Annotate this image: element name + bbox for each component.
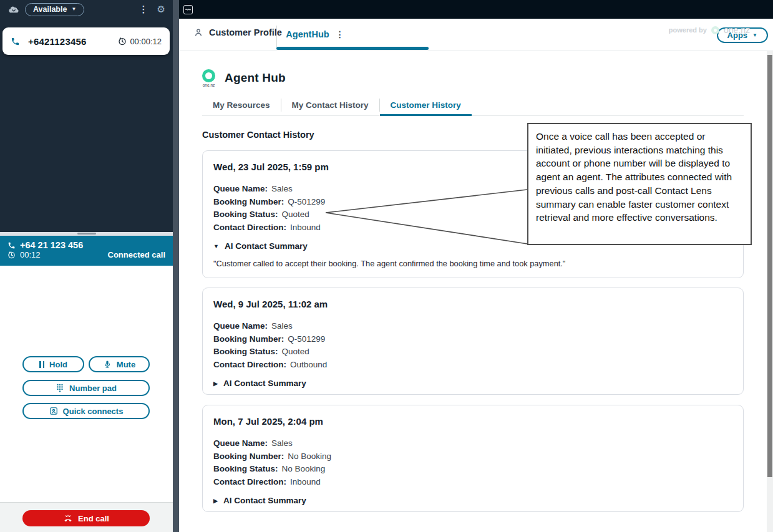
tab-options-icon[interactable]: ⋮ <box>336 29 344 39</box>
onenz-ring-icon-faded <box>711 26 719 34</box>
settings-gear-icon[interactable]: ⚙ <box>157 4 165 15</box>
banner-call-timer: 00:12 <box>20 250 41 259</box>
vertical-scrollbar[interactable] <box>767 51 773 532</box>
mute-button[interactable]: Mute <box>89 356 150 372</box>
onenz-logo: one.nz <box>202 69 215 87</box>
contact-datetime: Mon, 7 Jul 2025, 2:04 pm <box>213 416 732 427</box>
call-status-label: Connected call <box>108 250 165 259</box>
hold-button[interactable]: Hold <box>22 356 84 372</box>
field-queue-name: Queue Name:Sales <box>213 320 732 333</box>
timer-clock-icon <box>7 251 16 259</box>
field-contact-direction: Contact Direction:Outbound <box>213 359 732 372</box>
field-contact-direction: Contact Direction:Inbound <box>213 476 732 489</box>
amazon-connect-logo-icon <box>8 4 19 14</box>
powered-by-badge: powered by one.nz <box>669 25 750 35</box>
triangle-down-icon: ▼ <box>213 243 219 249</box>
active-contact-card[interactable]: +6421123456 00:00:12 <box>2 27 170 55</box>
contact-history-card: Wed, 9 Jul 2025, 11:02 am Queue Name:Sal… <box>202 288 744 395</box>
tab-agenthub[interactable]: AgentHub ⋮ <box>276 19 354 49</box>
hub-tabs: My Resources My Contact History Customer… <box>202 97 744 116</box>
ai-summary-toggle[interactable]: ▶ AI Contact Summary <box>213 496 732 505</box>
quick-connects-icon <box>49 407 58 415</box>
contact-datetime: Wed, 9 Jul 2025, 11:02 am <box>213 299 732 309</box>
ai-summary-text: "Customer called to accept their booking… <box>213 259 732 268</box>
field-booking-status: Booking Status:Quoted <box>213 346 732 359</box>
chevron-down-icon: ▼ <box>752 32 757 38</box>
agent-status-label: Available <box>33 5 67 14</box>
timer-clock-icon <box>118 37 127 46</box>
ccp-top-section: Available ▼ ⋮ ⚙ +6421123456 00:00:12 <box>0 0 173 232</box>
banner-phone-number: +64 21 123 456 <box>20 240 83 250</box>
workspace-topbar <box>179 0 773 19</box>
tab-customer-history[interactable]: Customer History <box>380 97 472 115</box>
workspace-tabbar: Customer Profile AgentHub ⋮ Apps ▼ <box>179 19 773 51</box>
end-call-button[interactable]: End call <box>22 510 150 526</box>
triangle-right-icon: ▶ <box>213 380 218 387</box>
ccp-header: Available ▼ ⋮ ⚙ <box>0 0 173 19</box>
phone-icon <box>7 241 16 249</box>
tab-my-contact-history[interactable]: My Contact History <box>281 97 379 115</box>
person-icon <box>193 27 203 37</box>
field-queue-name: Queue Name:Sales <box>213 437 732 450</box>
annotation-note: Once a voice call has been accepted or i… <box>527 123 752 245</box>
drag-handle[interactable] <box>77 233 96 235</box>
onenz-logo-label: one.nz <box>203 83 215 87</box>
powered-by-brand: one.nz <box>724 25 750 35</box>
microphone-icon <box>103 360 112 369</box>
powered-by-text: powered by <box>669 26 707 34</box>
triangle-right-icon: ▶ <box>213 498 218 504</box>
pause-icon <box>39 361 44 368</box>
phone-icon <box>11 37 20 46</box>
end-call-icon <box>63 514 73 523</box>
agent-status-dropdown[interactable]: Available ▼ <box>25 3 84 16</box>
contact-history-card: Mon, 7 Jul 2025, 2:04 pm Queue Name:Sale… <box>202 405 744 512</box>
field-booking-number: Booking Number:Q-501299 <box>213 333 732 346</box>
field-booking-number: Booking Number:No Booking <box>213 450 732 463</box>
quick-connects-button[interactable]: Quick connects <box>22 403 150 419</box>
onenz-ring-icon <box>202 69 215 82</box>
contact-phone-number: +6421123456 <box>28 36 87 47</box>
third-party-app-icon[interactable] <box>183 5 193 14</box>
chevron-down-icon: ▼ <box>71 6 76 12</box>
ai-summary-toggle[interactable]: ▶ AI Contact Summary <box>213 379 732 388</box>
panel-divider <box>173 0 179 532</box>
ccp-menu-icon[interactable]: ⋮ <box>135 4 152 15</box>
scrollbar-thumb[interactable] <box>767 55 772 477</box>
number-pad-button[interactable]: Number pad <box>22 380 150 396</box>
dialpad-icon <box>56 384 64 392</box>
tab-my-resources[interactable]: My Resources <box>202 97 281 115</box>
contact-timer: 00:00:12 <box>130 37 162 46</box>
hub-header: one.nz Agent Hub <box>202 67 744 89</box>
connected-call-banner: +64 21 123 456 00:12 Connected call <box>0 236 173 266</box>
ccp-panel: Available ▼ ⋮ ⚙ +6421123456 00:00:12 <box>0 0 173 532</box>
agent-workspace: Customer Profile AgentHub ⋮ Apps ▼ one.n… <box>179 0 773 532</box>
field-booking-status: Booking Status:No Booking <box>213 463 732 476</box>
call-controls-area: Hold Mute Number pad Quick co <box>0 266 173 502</box>
page-title: Agent Hub <box>225 71 286 85</box>
tab-customer-profile[interactable]: Customer Profile <box>193 19 282 46</box>
ccp-footer: End call <box>0 502 173 532</box>
